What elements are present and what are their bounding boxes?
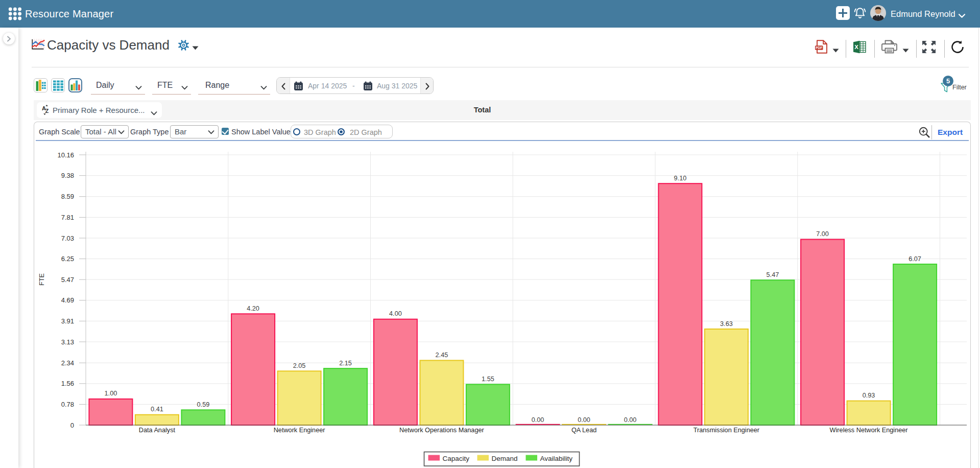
svg-text:9.38: 9.38: [61, 172, 74, 179]
svg-text:1.00: 1.00: [105, 390, 117, 397]
svg-text:0.00: 0.00: [532, 416, 544, 424]
svg-text:10.16: 10.16: [57, 151, 74, 159]
svg-text:3.63: 3.63: [720, 320, 733, 327]
svg-text:0: 0: [70, 422, 74, 429]
svg-text:Network Operations Manager: Network Operations Manager: [399, 427, 484, 434]
svg-text:2.15: 2.15: [339, 360, 352, 367]
svg-text:7.81: 7.81: [61, 214, 74, 221]
svg-text:6.07: 6.07: [909, 255, 921, 263]
svg-text:4.20: 4.20: [247, 305, 259, 312]
svg-text:5.47: 5.47: [61, 276, 74, 284]
svg-text:5.47: 5.47: [767, 271, 779, 278]
svg-text:Data Analyst: Data Analyst: [139, 427, 176, 434]
svg-text:Wireless Network Engineer: Wireless Network Engineer: [830, 427, 909, 434]
svg-text:0.00: 0.00: [578, 416, 590, 424]
svg-text:0.78: 0.78: [61, 401, 74, 408]
svg-text:Network Engineer: Network Engineer: [274, 427, 326, 434]
svg-text:Availability: Availability: [540, 455, 573, 462]
svg-text:2.34: 2.34: [61, 359, 74, 367]
svg-text:Capacity: Capacity: [443, 455, 470, 462]
svg-text:Demand: Demand: [492, 455, 518, 462]
svg-text:9.10: 9.10: [674, 175, 687, 182]
svg-text:4.69: 4.69: [61, 296, 74, 304]
svg-text:0.41: 0.41: [151, 406, 163, 413]
svg-text:1.55: 1.55: [482, 376, 494, 383]
svg-text:4.00: 4.00: [389, 310, 402, 317]
svg-text:2.05: 2.05: [293, 362, 306, 369]
svg-text:3.91: 3.91: [61, 317, 74, 325]
svg-text:1.56: 1.56: [61, 380, 74, 387]
svg-text:0.59: 0.59: [197, 401, 210, 408]
svg-text:0.00: 0.00: [624, 416, 637, 424]
svg-text:0.93: 0.93: [863, 392, 875, 399]
svg-text:QA Lead: QA Lead: [571, 427, 596, 434]
svg-text:7.00: 7.00: [816, 230, 829, 238]
svg-text:3.13: 3.13: [61, 338, 74, 346]
svg-text:7.03: 7.03: [61, 235, 74, 242]
svg-text:6.25: 6.25: [61, 255, 74, 263]
svg-text:Transmission Engineer: Transmission Engineer: [694, 427, 760, 434]
svg-text:2.45: 2.45: [436, 352, 448, 359]
svg-text:FTE: FTE: [38, 273, 45, 286]
svg-text:8.59: 8.59: [61, 193, 74, 200]
